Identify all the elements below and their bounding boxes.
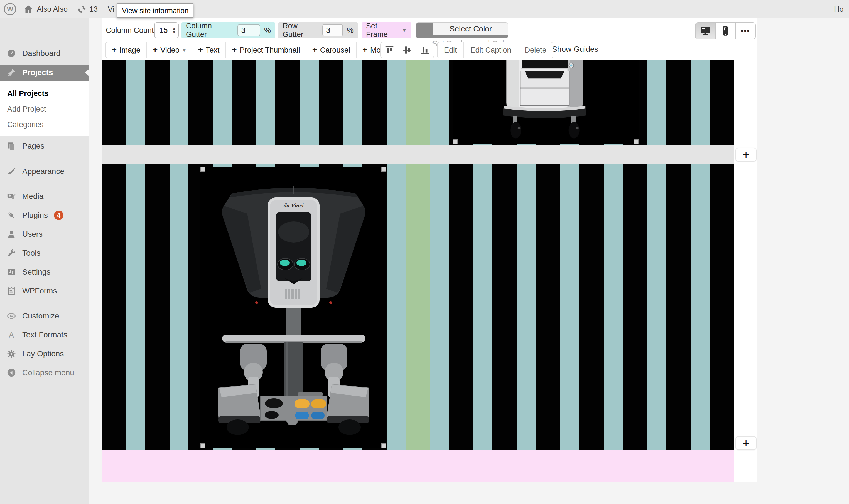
update-count: 13 xyxy=(89,5,98,14)
sidebar-item-settings[interactable]: Settings xyxy=(0,263,89,281)
align-bottom-icon xyxy=(419,45,430,55)
more-options-button[interactable]: ••• xyxy=(736,23,755,39)
set-frame-label: Set Frame xyxy=(366,22,398,39)
eye-icon xyxy=(7,311,16,321)
image-block-vision-cart[interactable] xyxy=(453,60,639,144)
toolbar-row-grid: Column Count 15 ▲ ▼ Column Gutter 3 % Ro… xyxy=(102,22,757,38)
row-gutter-input[interactable]: 3 xyxy=(322,24,343,36)
block-resize-handle[interactable] xyxy=(201,167,205,172)
sidebar-item-lay-options[interactable]: Lay Options xyxy=(0,345,89,363)
desktop-preview-button[interactable] xyxy=(696,23,716,39)
updates-icon xyxy=(76,4,87,14)
layout-canvas: da Vinci xyxy=(102,60,734,482)
letter-a-icon: A xyxy=(7,330,16,340)
add-row-button[interactable]: + xyxy=(735,148,757,162)
collapse-arrow-icon xyxy=(7,368,16,377)
sidebar-item-customize[interactable]: Customize xyxy=(0,307,89,325)
chevron-down-icon: ▾ xyxy=(183,47,186,53)
plugin-icon xyxy=(7,211,16,220)
surgeon-console-image: da Vinci xyxy=(214,178,373,439)
select-color-label: Select Color xyxy=(433,22,508,35)
sidebar-item-wpforms[interactable]: WPForms xyxy=(0,282,89,300)
plus-icon: + xyxy=(232,45,237,55)
browser-tooltip: View site information xyxy=(117,3,193,18)
block-resize-handle[interactable] xyxy=(381,443,386,448)
align-middle-button[interactable] xyxy=(398,42,416,58)
align-middle-icon xyxy=(402,45,412,55)
svg-text:A: A xyxy=(9,330,14,339)
image-block-surgeon-console[interactable]: da Vinci xyxy=(201,167,386,448)
canvas-row-2[interactable]: da Vinci xyxy=(102,164,734,450)
sidebar-item-pages[interactable]: Pages xyxy=(0,137,89,155)
howdy-menu-clipped[interactable]: Ho xyxy=(834,0,844,18)
add-project-thumbnail-button[interactable]: + Project Thumbnail xyxy=(226,42,307,58)
add-row-button[interactable]: + xyxy=(735,436,757,450)
view-site-menu-clipped[interactable]: Vi xyxy=(108,0,115,18)
edit-button[interactable]: Edit xyxy=(437,42,464,58)
sidebar-item-plugins[interactable]: Plugins 4 xyxy=(0,206,89,224)
ellipsis-icon: ••• xyxy=(741,27,750,35)
pages-icon xyxy=(7,141,16,151)
submenu-all-projects[interactable]: All Projects xyxy=(0,86,89,101)
plus-icon: + xyxy=(362,45,367,55)
align-bottom-button[interactable] xyxy=(416,42,434,58)
set-frame-button[interactable]: Set Frame ▼ xyxy=(362,22,412,38)
plus-icon: + xyxy=(198,45,203,55)
row-gutter-percent: % xyxy=(347,26,353,35)
sidebar-item-users[interactable]: Users xyxy=(0,225,89,243)
add-image-button[interactable]: + Image xyxy=(106,42,147,58)
column-gutter-label: Column Gutter xyxy=(186,22,233,39)
updates-menu[interactable]: 13 xyxy=(76,0,98,18)
media-icon xyxy=(7,192,16,201)
home-icon xyxy=(23,4,33,14)
submenu-add-project[interactable]: Add Project xyxy=(0,101,89,117)
align-top-icon xyxy=(384,45,395,55)
column-gutter-percent: % xyxy=(264,26,271,35)
add-carousel-button[interactable]: + Carousel xyxy=(307,42,357,58)
block-resize-handle[interactable] xyxy=(453,139,457,144)
sidebar-item-text-formats[interactable]: A Text Formats xyxy=(0,326,89,344)
canvas-row-3-pink[interactable] xyxy=(102,450,734,482)
column-gutter-input[interactable]: 3 xyxy=(238,24,260,36)
site-name-menu[interactable]: Also Also xyxy=(23,0,68,18)
row-gutter-label: Row Gutter xyxy=(282,22,318,39)
sidebar-item-collapse-menu[interactable]: Collapse menu xyxy=(0,364,89,382)
sidebar-item-projects[interactable]: Projects xyxy=(0,65,89,81)
active-menu-arrow xyxy=(85,69,89,76)
plus-icon: + xyxy=(111,45,117,55)
column-count-stepper[interactable]: 15 ▲ ▼ xyxy=(154,22,179,38)
insert-buttons-group: + Image + Video ▾ + Text + Project Thumb… xyxy=(105,42,400,58)
edit-caption-button[interactable]: Edit Caption xyxy=(464,42,518,58)
smartphone-icon xyxy=(720,25,731,36)
mobile-preview-button[interactable] xyxy=(716,23,736,39)
sidebar-item-dashboard[interactable]: Dashboard xyxy=(0,44,89,62)
submenu-categories[interactable]: Categories xyxy=(0,117,89,132)
highlighted-column-guide xyxy=(405,164,430,450)
toolbar-row-insert: Set Background Color + Image + Video ▾ +… xyxy=(102,42,757,58)
pin-icon xyxy=(7,68,16,77)
delete-button[interactable]: Delete xyxy=(518,42,553,58)
block-resize-handle[interactable] xyxy=(634,139,639,144)
highlighted-column-guide xyxy=(405,60,430,145)
sidebar-item-media[interactable]: Media xyxy=(0,187,89,205)
select-color-button[interactable]: Select Color xyxy=(416,22,508,38)
stepper-arrows-icon[interactable]: ▲ ▼ xyxy=(172,27,176,34)
user-icon xyxy=(7,230,16,239)
console-brand-text: da Vinci xyxy=(284,202,304,209)
add-text-button[interactable]: + Text xyxy=(192,42,226,58)
wordpress-logo-icon[interactable]: W xyxy=(4,3,16,15)
add-video-button[interactable]: + Video ▾ xyxy=(147,42,192,58)
sidebar-item-appearance[interactable]: Appearance xyxy=(0,162,89,180)
canvas-row-1[interactable] xyxy=(102,60,734,145)
vision-cart-image xyxy=(501,60,588,142)
block-resize-handle[interactable] xyxy=(381,167,386,172)
align-top-button[interactable] xyxy=(381,42,398,58)
tooltip-text: View site information xyxy=(122,6,188,15)
clipboard-icon xyxy=(7,286,16,296)
block-resize-handle[interactable] xyxy=(201,443,205,448)
column-gutter-control: Column Gutter 3 % xyxy=(181,22,275,38)
wrench-icon xyxy=(7,248,16,258)
sidebar-item-tools[interactable]: Tools xyxy=(0,244,89,262)
dashboard-gauge-icon xyxy=(7,49,16,58)
chevron-down-icon: ▼ xyxy=(402,27,407,33)
